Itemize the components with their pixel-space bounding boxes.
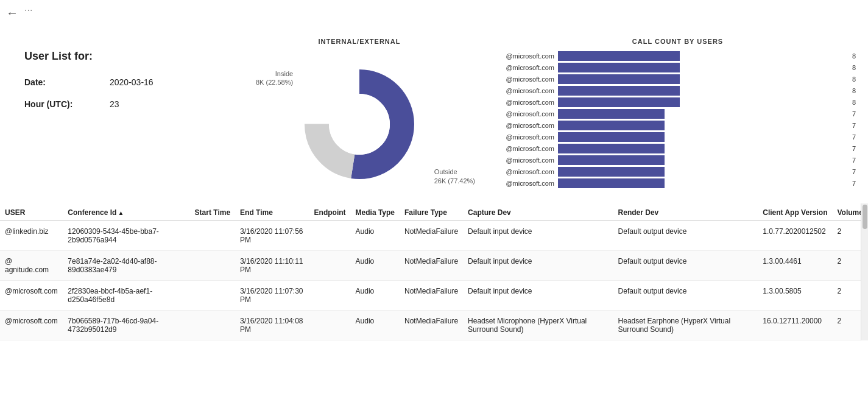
bar-label: @microsoft.com: [499, 180, 554, 187]
cell-endpoint: [309, 311, 351, 340]
cell-capture_dev: Default input device: [463, 221, 613, 251]
bar-track: [558, 63, 846, 72]
table-row: @ agnitude.com7e81a74e-2a02-4d40-af88-89…: [0, 251, 868, 281]
bar-track: [558, 109, 846, 119]
donut-outside-label: Outside 26K (77.42%): [434, 167, 475, 185]
hour-label: Hour (UTC):: [24, 99, 110, 109]
col-header-media_type: Media Type: [351, 203, 400, 221]
bar-value: 8: [852, 76, 856, 83]
date-value: 2020-03-16: [110, 77, 153, 87]
cell-endpoint: [309, 221, 351, 251]
bar-label: @microsoft.com: [499, 64, 554, 71]
cell-capture_dev: Default input device: [463, 281, 613, 311]
cell-client_app: 16.0.12711.20000: [758, 311, 832, 340]
bar-track: [558, 121, 846, 130]
cell-end_time: 3/16/2020 11:04:08 PM: [235, 311, 309, 340]
bar-value: 7: [852, 145, 856, 152]
bar-track: [558, 74, 846, 84]
donut-chart-svg: [298, 63, 420, 185]
bar-row: @microsoft.com7: [499, 109, 856, 119]
cell-render_dev: Default output device: [613, 281, 758, 311]
cell-start_time: [190, 281, 235, 311]
cell-client_app: 1.3.00.4461: [758, 251, 832, 281]
bar-value: 8: [852, 64, 856, 71]
cell-user: @linkedin.biz: [0, 221, 63, 251]
bar-track: [558, 132, 846, 142]
back-button[interactable]: ←: [6, 6, 18, 20]
cell-conference_id: 2f2830ea-bbcf-4b5a-aef1-d250a46f5e8d: [63, 281, 189, 311]
bar-track: [558, 167, 846, 177]
cell-end_time: 3/16/2020 11:07:56 PM: [235, 221, 309, 251]
bar-label: @microsoft.com: [499, 110, 554, 118]
cell-render_dev: Headset Earphone (HyperX Virtual Surroun…: [613, 311, 758, 340]
table-row: @microsoft.com7b066589-717b-46cd-9a04-47…: [0, 311, 868, 340]
bar-value: 7: [852, 133, 856, 141]
bar-value: 8: [852, 87, 856, 94]
bar-label: @microsoft.com: [499, 122, 554, 129]
donut-chart-section: INTERNAL/EXTERNAL Inside 8K (22.58%) Out…: [244, 38, 475, 197]
cell-failure_type: NotMediaFailure: [400, 251, 463, 281]
bar-row: @microsoft.com8: [499, 97, 856, 107]
scrollbar-thumb: [863, 205, 867, 229]
panel-title: User List for:: [24, 50, 244, 63]
cell-client_app: 1.0.77.2020012502: [758, 221, 832, 251]
bar-row: @microsoft.com7: [499, 167, 856, 177]
cell-failure_type: NotMediaFailure: [400, 221, 463, 251]
col-header-start_time: Start Time: [190, 203, 235, 221]
cell-start_time: [190, 311, 235, 340]
bar-label: @microsoft.com: [499, 168, 554, 175]
bar-fill: [558, 132, 665, 142]
bar-row: @microsoft.com7: [499, 132, 856, 142]
hour-row: Hour (UTC): 23: [24, 99, 244, 109]
bar-fill: [558, 121, 665, 130]
cell-endpoint: [309, 251, 351, 281]
bar-value: 7: [852, 168, 856, 175]
bar-value: 7: [852, 122, 856, 129]
bar-fill: [558, 86, 680, 96]
bar-track: [558, 155, 846, 165]
col-header-client_app: Client App Version: [758, 203, 832, 221]
bar-row: @microsoft.com7: [499, 178, 856, 188]
table-row: @microsoft.com2f2830ea-bbcf-4b5a-aef1-d2…: [0, 281, 868, 311]
col-header-capture_dev: Capture Dev: [463, 203, 613, 221]
breadcrumb-ellipsis: ...: [0, 2, 868, 13]
col-header-endpoint: Endpoint: [309, 203, 351, 221]
cell-render_dev: Default output device: [613, 221, 758, 251]
table-header-row: USERConference Id ▲Start TimeEnd TimeEnd…: [0, 203, 868, 221]
bar-fill: [558, 63, 680, 72]
bar-chart-section: CALL COUNT BY USERS @microsoft.com8@micr…: [475, 38, 856, 197]
bar-label: @microsoft.com: [499, 145, 554, 152]
col-header-end_time: End Time: [235, 203, 309, 221]
cell-user: @microsoft.com: [0, 311, 63, 340]
cell-capture_dev: Headset Microphone (HyperX Virtual Surro…: [463, 311, 613, 340]
bar-label: @microsoft.com: [499, 133, 554, 141]
cell-media_type: Audio: [351, 281, 400, 311]
sort-icon: ▲: [118, 210, 124, 216]
cell-failure_type: NotMediaFailure: [400, 311, 463, 340]
bar-value: 8: [852, 52, 856, 60]
bar-label: @microsoft.com: [499, 52, 554, 60]
cell-conference_id: 7b066589-717b-46cd-9a04-4732b95012d9: [63, 311, 189, 340]
cell-client_app: 1.3.00.5805: [758, 281, 832, 311]
cell-failure_type: NotMediaFailure: [400, 281, 463, 311]
bar-label: @microsoft.com: [499, 76, 554, 83]
bar-value: 7: [852, 180, 856, 187]
bar-track: [558, 144, 846, 153]
bar-chart-container: @microsoft.com8@microsoft.com8@microsoft…: [499, 51, 856, 188]
bar-label: @microsoft.com: [499, 99, 554, 106]
scrollbar-right[interactable]: [861, 203, 868, 340]
bar-fill: [558, 109, 665, 119]
cell-conference_id: 12060309-5434-45be-bba7-2b9d0576a944: [63, 221, 189, 251]
bar-value: 8: [852, 99, 856, 106]
col-header-conference_id[interactable]: Conference Id ▲: [63, 203, 189, 221]
bar-track: [558, 86, 846, 96]
svg-point-2: [329, 94, 390, 155]
cell-end_time: 3/16/2020 11:10:11 PM: [235, 251, 309, 281]
bar-value: 7: [852, 157, 856, 164]
col-header-user: USER: [0, 203, 63, 221]
bar-row: @microsoft.com7: [499, 155, 856, 165]
bar-label: @microsoft.com: [499, 157, 554, 164]
table-row: @linkedin.biz12060309-5434-45be-bba7-2b9…: [0, 221, 868, 251]
user-info-panel: User List for: Date: 2020-03-16 Hour (UT…: [24, 38, 244, 197]
table-section: USERConference Id ▲Start TimeEnd TimeEnd…: [0, 203, 868, 340]
